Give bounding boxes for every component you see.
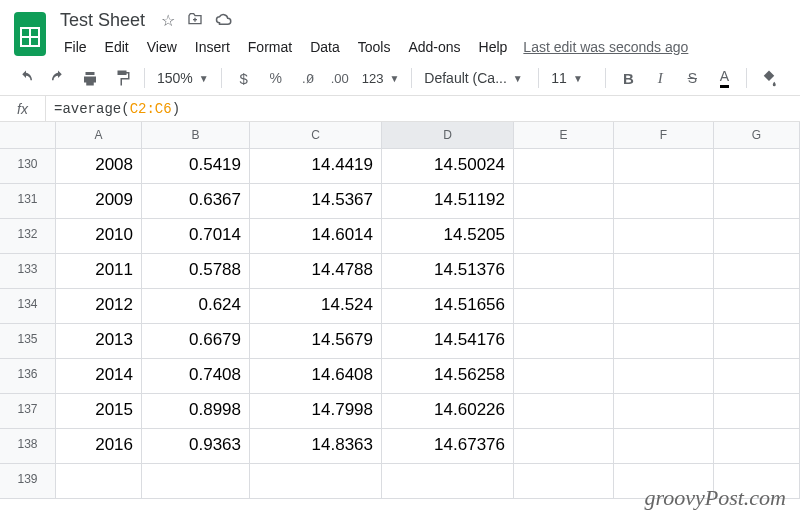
cell[interactable]: 14.4788 <box>250 254 382 288</box>
cell[interactable] <box>614 184 714 218</box>
cell[interactable] <box>614 359 714 393</box>
cell[interactable] <box>514 184 614 218</box>
column-header-c[interactable]: C <box>250 122 382 148</box>
cell[interactable] <box>714 219 800 253</box>
cell[interactable] <box>514 429 614 463</box>
cell[interactable] <box>614 219 714 253</box>
font-size-select[interactable]: 11▼ <box>547 70 597 86</box>
cell[interactable]: 14.6014 <box>250 219 382 253</box>
cell[interactable] <box>56 464 142 498</box>
fill-color-button[interactable] <box>755 65 783 91</box>
cell[interactable]: 14.51192 <box>382 184 514 218</box>
cell[interactable] <box>714 254 800 288</box>
cell[interactable]: 2016 <box>56 429 142 463</box>
cell[interactable]: 14.50024 <box>382 149 514 183</box>
menu-help[interactable]: Help <box>471 35 516 59</box>
cell[interactable]: 2014 <box>56 359 142 393</box>
cell[interactable] <box>514 219 614 253</box>
cell[interactable] <box>614 289 714 323</box>
cell[interactable] <box>614 324 714 358</box>
strikethrough-button[interactable]: S <box>678 65 706 91</box>
cell[interactable]: 2010 <box>56 219 142 253</box>
row-header[interactable]: 137 <box>0 394 56 428</box>
decrease-decimal-button[interactable]: .0̷ <box>294 65 322 91</box>
cell[interactable]: 0.5788 <box>142 254 250 288</box>
cell[interactable] <box>142 464 250 498</box>
formula-input[interactable]: =average(C2:C6) <box>46 101 800 117</box>
italic-button[interactable]: I <box>646 65 674 91</box>
menu-view[interactable]: View <box>139 35 185 59</box>
cell[interactable]: 0.9363 <box>142 429 250 463</box>
cell[interactable]: 0.6679 <box>142 324 250 358</box>
more-formats-select[interactable]: 123▼ <box>358 71 404 86</box>
cell[interactable] <box>382 464 514 498</box>
cell[interactable] <box>514 289 614 323</box>
select-all-cell[interactable] <box>0 122 56 148</box>
column-header-d[interactable]: D <box>382 122 514 148</box>
cell[interactable]: 0.7408 <box>142 359 250 393</box>
row-header[interactable]: 131 <box>0 184 56 218</box>
cell[interactable]: 0.624 <box>142 289 250 323</box>
cell[interactable] <box>614 254 714 288</box>
column-header-g[interactable]: G <box>714 122 800 148</box>
cell[interactable]: 14.56258 <box>382 359 514 393</box>
row-header[interactable]: 138 <box>0 429 56 463</box>
cell[interactable] <box>714 429 800 463</box>
cell[interactable]: 14.5367 <box>250 184 382 218</box>
cell[interactable]: 0.6367 <box>142 184 250 218</box>
menu-file[interactable]: File <box>56 35 95 59</box>
cell[interactable]: 14.6408 <box>250 359 382 393</box>
cell[interactable]: 2013 <box>56 324 142 358</box>
column-header-f[interactable]: F <box>614 122 714 148</box>
cell[interactable]: 14.51656 <box>382 289 514 323</box>
currency-button[interactable]: $ <box>230 65 258 91</box>
cell[interactable]: 2009 <box>56 184 142 218</box>
row-header[interactable]: 136 <box>0 359 56 393</box>
cell[interactable] <box>714 184 800 218</box>
column-header-e[interactable]: E <box>514 122 614 148</box>
cell[interactable]: 14.8363 <box>250 429 382 463</box>
cell[interactable]: 2008 <box>56 149 142 183</box>
cell[interactable] <box>514 394 614 428</box>
cell[interactable] <box>614 149 714 183</box>
row-header[interactable]: 139 <box>0 464 56 498</box>
redo-button[interactable] <box>44 65 72 91</box>
cell[interactable]: 14.4419 <box>250 149 382 183</box>
row-header[interactable]: 130 <box>0 149 56 183</box>
cell[interactable] <box>714 289 800 323</box>
cloud-status-icon[interactable] <box>215 12 233 30</box>
row-header[interactable]: 134 <box>0 289 56 323</box>
cell[interactable]: 14.67376 <box>382 429 514 463</box>
cell[interactable]: 14.5205 <box>382 219 514 253</box>
cell[interactable]: 14.5679 <box>250 324 382 358</box>
move-icon[interactable] <box>187 11 203 31</box>
sheets-app-icon[interactable] <box>12 10 48 58</box>
menu-insert[interactable]: Insert <box>187 35 238 59</box>
percent-button[interactable]: % <box>262 65 290 91</box>
text-color-button[interactable]: A <box>710 65 738 91</box>
cell[interactable] <box>714 359 800 393</box>
row-header[interactable]: 132 <box>0 219 56 253</box>
cell[interactable]: 14.54176 <box>382 324 514 358</box>
last-edit-link[interactable]: Last edit was seconds ago <box>517 35 694 59</box>
cell[interactable]: 2011 <box>56 254 142 288</box>
bold-button[interactable]: B <box>614 65 642 91</box>
cell[interactable]: 14.60226 <box>382 394 514 428</box>
zoom-select[interactable]: 150%▼ <box>153 70 213 86</box>
menu-edit[interactable]: Edit <box>97 35 137 59</box>
paint-format-button[interactable] <box>108 65 136 91</box>
column-header-a[interactable]: A <box>56 122 142 148</box>
cell[interactable] <box>614 429 714 463</box>
cell[interactable] <box>514 149 614 183</box>
cell[interactable]: 0.5419 <box>142 149 250 183</box>
cell[interactable]: 2015 <box>56 394 142 428</box>
cell[interactable]: 0.8998 <box>142 394 250 428</box>
cell[interactable]: 2012 <box>56 289 142 323</box>
row-header[interactable]: 135 <box>0 324 56 358</box>
cell[interactable] <box>714 394 800 428</box>
cell[interactable]: 14.7998 <box>250 394 382 428</box>
undo-button[interactable] <box>12 65 40 91</box>
increase-decimal-button[interactable]: .00 <box>326 65 354 91</box>
cell[interactable] <box>714 324 800 358</box>
row-header[interactable]: 133 <box>0 254 56 288</box>
